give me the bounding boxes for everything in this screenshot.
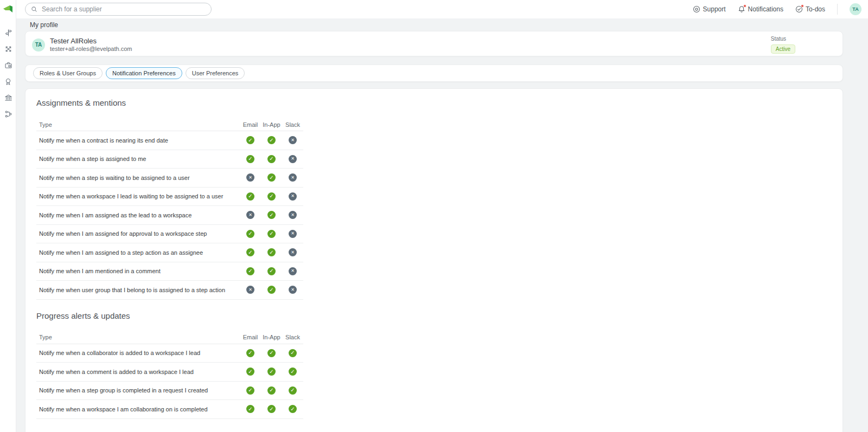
- email-toggle-enabled[interactable]: ✓: [246, 405, 254, 413]
- in-app-toggle-enabled[interactable]: ✓: [267, 386, 276, 395]
- profile-name: Tester AllRoles: [50, 37, 132, 45]
- flow-icon[interactable]: [4, 109, 12, 118]
- levelpath-logo-icon[interactable]: [3, 5, 14, 14]
- in-app-toggle-enabled[interactable]: ✓: [267, 155, 276, 163]
- email-toggle-enabled[interactable]: ✓: [246, 155, 254, 163]
- table-row: Notify me when I am assigned as the lead…: [36, 206, 303, 225]
- arrows-cross-icon[interactable]: [4, 44, 12, 53]
- top-bar: Support Notifications To-dos TA: [16, 0, 868, 18]
- slack-toggle-disabled[interactable]: ✕: [289, 248, 297, 256]
- table-header-row: Type Email In-App Slack: [36, 331, 303, 344]
- notification-type-label: Notify me when a collaborator is added t…: [36, 350, 240, 356]
- table-row: Notify me when a step group is completed…: [36, 382, 303, 401]
- status-badge: Active: [771, 44, 795, 54]
- tab-notification-preferences[interactable]: Notification Preferences: [106, 67, 182, 79]
- email-toggle-disabled[interactable]: ✕: [246, 211, 254, 219]
- email-toggle-enabled[interactable]: ✓: [246, 230, 254, 238]
- email-toggle-enabled[interactable]: ✓: [246, 367, 254, 376]
- slack-toggle-disabled[interactable]: ✕: [289, 286, 297, 294]
- table-row: Notify me when a collaborator is added t…: [36, 344, 303, 363]
- notification-type-label: Notify me when I am assigned for approva…: [36, 230, 240, 237]
- bank-icon[interactable]: [4, 93, 12, 102]
- sidebar-nav: [0, 28, 16, 118]
- email-toggle-enabled[interactable]: ✓: [246, 136, 254, 144]
- seal-icon[interactable]: [4, 77, 12, 86]
- email-toggle-enabled[interactable]: ✓: [246, 386, 254, 395]
- briefcase-lock-icon[interactable]: [4, 61, 12, 69]
- table-row: Notify me when I am mentioned in a comme…: [36, 262, 303, 281]
- in-app-toggle-enabled[interactable]: ✓: [267, 367, 276, 376]
- table-row: Notify me when a comment is added to a w…: [36, 363, 303, 382]
- notification-type-label: Notify me when a workspace I am collabor…: [36, 406, 240, 412]
- profile-avatar: TA: [32, 38, 45, 51]
- slack-toggle-enabled[interactable]: ✓: [289, 386, 297, 395]
- profile-email: tester+all-roles@levelpath.com: [50, 45, 132, 53]
- notification-preferences-panel: Assignments & mentions Type Email In-App…: [25, 88, 843, 432]
- profile-tabs: Roles & User GroupsNotification Preferen…: [25, 65, 843, 82]
- table-row: Notify me when user group that I belong …: [36, 281, 303, 300]
- column-header-slack: Slack: [282, 334, 303, 340]
- notification-section: Assignments & mentions Type Email In-App…: [36, 98, 843, 300]
- notification-type-label: Notify me when I am assigned to a step a…: [36, 249, 240, 256]
- in-app-toggle-enabled[interactable]: ✓: [267, 192, 276, 201]
- tab-roles-user-groups[interactable]: Roles & User Groups: [33, 67, 103, 79]
- slack-toggle-disabled[interactable]: ✕: [289, 192, 297, 201]
- notification-type-label: Notify me when I am mentioned in a comme…: [36, 268, 240, 274]
- slack-toggle-enabled[interactable]: ✓: [289, 349, 297, 357]
- content-area: My profile TA Tester AllRoles tester+all…: [16, 18, 868, 432]
- in-app-toggle-enabled[interactable]: ✓: [267, 173, 276, 182]
- in-app-toggle-enabled[interactable]: ✓: [267, 349, 276, 357]
- user-avatar[interactable]: TA: [850, 3, 861, 15]
- slack-toggle-disabled[interactable]: ✕: [289, 267, 297, 275]
- email-toggle-enabled[interactable]: ✓: [246, 267, 254, 275]
- table-row: Notify me when a contract is nearing its…: [36, 131, 303, 150]
- slack-toggle-enabled[interactable]: ✓: [289, 405, 297, 413]
- notification-section: Progress alerts & updates Type Email In-…: [36, 311, 843, 419]
- slack-toggle-disabled[interactable]: ✕: [289, 230, 297, 238]
- left-sidebar: [0, 0, 16, 432]
- table-row: Notify me when a step is assigned to me …: [36, 150, 303, 169]
- top-actions: Support Notifications To-dos: [693, 5, 825, 13]
- in-app-toggle-enabled[interactable]: ✓: [267, 405, 276, 413]
- supplier-search[interactable]: [25, 3, 212, 16]
- in-app-toggle-enabled[interactable]: ✓: [267, 248, 276, 256]
- email-toggle-disabled[interactable]: ✕: [246, 286, 254, 294]
- notification-table: Type Email In-App Slack Notify me when a…: [36, 118, 303, 300]
- email-toggle-enabled[interactable]: ✓: [246, 248, 254, 256]
- top-action-support[interactable]: Support: [693, 5, 726, 13]
- top-right-cluster: Support Notifications To-dos TA: [693, 0, 861, 18]
- table-row: Notify me when a workspace I am collabor…: [36, 400, 303, 419]
- email-toggle-enabled[interactable]: ✓: [246, 349, 254, 357]
- top-action-notifications[interactable]: Notifications: [738, 5, 783, 13]
- tab-user-preferences[interactable]: User Preferences: [186, 67, 245, 79]
- in-app-toggle-enabled[interactable]: ✓: [267, 211, 276, 219]
- bell-icon: [738, 5, 745, 13]
- slack-toggle-disabled[interactable]: ✕: [289, 211, 297, 219]
- app-window: Support Notifications To-dos TA My profi…: [0, 0, 868, 432]
- column-header-type: Type: [36, 121, 240, 128]
- profile-status: Status Active: [771, 36, 795, 54]
- signpost-icon[interactable]: [4, 28, 12, 37]
- slack-toggle-disabled[interactable]: ✕: [289, 173, 297, 182]
- in-app-toggle-enabled[interactable]: ✓: [267, 267, 276, 275]
- slack-toggle-disabled[interactable]: ✕: [289, 155, 297, 163]
- column-header-in-app: In-App: [261, 121, 282, 128]
- in-app-toggle-enabled[interactable]: ✓: [267, 230, 276, 238]
- in-app-toggle-enabled[interactable]: ✓: [267, 136, 276, 144]
- slack-toggle-disabled[interactable]: ✕: [289, 136, 297, 144]
- status-label: Status: [771, 36, 795, 42]
- notification-dot: [743, 4, 746, 8]
- notification-type-label: Notify me when I am assigned as the lead…: [36, 212, 240, 218]
- search-input[interactable]: [41, 5, 206, 14]
- top-action-to-dos[interactable]: To-dos: [795, 5, 825, 13]
- notification-type-label: Notify me when a workspace I lead is wai…: [36, 193, 240, 199]
- email-toggle-disabled[interactable]: ✕: [246, 173, 254, 182]
- in-app-toggle-enabled[interactable]: ✓: [267, 286, 276, 294]
- slack-toggle-enabled[interactable]: ✓: [289, 367, 297, 376]
- notification-type-label: Notify me when a contract is nearing its…: [36, 137, 240, 144]
- column-header-slack: Slack: [282, 121, 303, 128]
- email-toggle-enabled[interactable]: ✓: [246, 192, 254, 201]
- breadcrumb: My profile: [30, 21, 58, 29]
- section-title: Assignments & mentions: [36, 98, 843, 108]
- table-row: Notify me when I am assigned to a step a…: [36, 243, 303, 262]
